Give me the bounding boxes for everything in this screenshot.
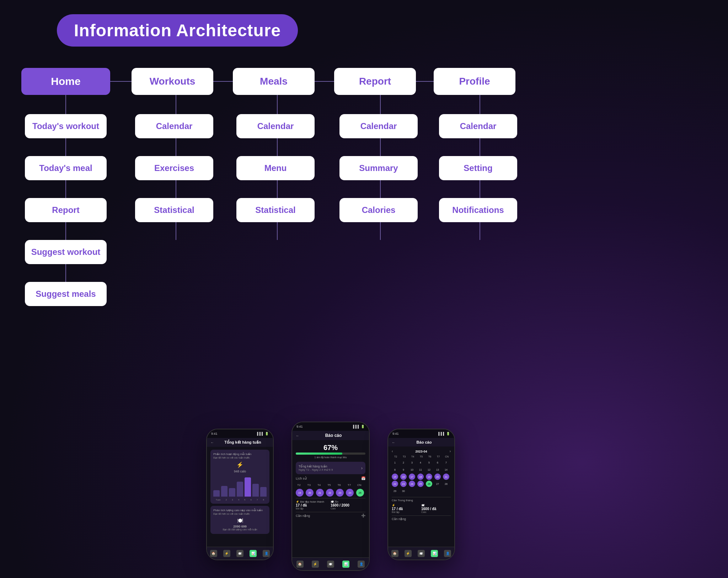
node-exercises[interactable]: Exercises: [135, 156, 213, 180]
node-suggest-meals[interactable]: Suggest meals: [25, 282, 107, 306]
node-todays-meal[interactable]: Today's meal: [25, 156, 107, 180]
node-meals-calendar[interactable]: Calendar: [236, 114, 315, 138]
node-workouts-statistical[interactable]: Statistical: [135, 198, 213, 222]
node-summary[interactable]: Summary: [339, 156, 418, 180]
node-home[interactable]: Home: [21, 68, 110, 95]
phone-1: 9:41 ▌▌▌ 🔋 ← Tổng kết hàng tuần Phần tíc…: [206, 429, 274, 560]
nav-profile-3[interactable]: 👤: [444, 550, 451, 557]
node-todays-workout[interactable]: Today's workout: [25, 114, 107, 138]
page-wrapper: Information Architecture: [0, 0, 728, 578]
nav-meal-3[interactable]: 🍽️: [418, 550, 425, 557]
ia-diagram: Home Workouts Meals Report Profile Today…: [21, 68, 519, 317]
nav-profile-1[interactable]: 👤: [263, 550, 270, 557]
nav-workout-2[interactable]: ⚡: [312, 561, 319, 568]
node-workouts[interactable]: Workouts: [132, 68, 213, 95]
phone1-header: Tổng kết hàng tuần: [216, 440, 269, 445]
nav-home-2[interactable]: 🏠: [296, 561, 304, 568]
nav-home-3[interactable]: 🏠: [391, 550, 398, 557]
nav-workout-3[interactable]: ⚡: [405, 550, 412, 557]
nav-report-3[interactable]: 📊: [431, 550, 438, 557]
nav-meal-1[interactable]: 🍽️: [236, 550, 243, 557]
node-report[interactable]: Report: [334, 68, 416, 95]
phone2-header: Báo cáo: [301, 433, 365, 438]
phone3-header: Báo cáo: [397, 440, 451, 444]
node-profile[interactable]: Profile: [434, 68, 515, 95]
page-title: Information Architecture: [74, 21, 281, 40]
node-meals-statistical[interactable]: Statistical: [236, 198, 315, 222]
node-suggest-workout[interactable]: Suggest workout: [25, 240, 107, 264]
nav-meal-2[interactable]: 🍽️: [327, 561, 334, 568]
nav-home-1[interactable]: 🏠: [210, 550, 217, 557]
node-menu[interactable]: Menu: [236, 156, 315, 180]
connectors-svg: [21, 68, 519, 317]
node-workouts-calendar[interactable]: Calendar: [135, 114, 213, 138]
node-setting[interactable]: Setting: [439, 156, 517, 180]
node-home-report[interactable]: Report: [25, 198, 107, 222]
nav-report-1[interactable]: 📊: [250, 550, 257, 557]
title-badge: Information Architecture: [57, 14, 298, 47]
node-notifications[interactable]: Notifications: [439, 198, 517, 222]
nav-profile-2[interactable]: 👤: [358, 561, 365, 568]
phone-2: 9:41 ▌▌▌ 🔋 ← Báo cáo 67% 1 ám độ hoàn th…: [291, 422, 370, 571]
phone2-percent: 67%: [296, 444, 365, 452]
node-report-calendar[interactable]: Calendar: [339, 114, 418, 138]
node-calories[interactable]: Calories: [339, 198, 418, 222]
node-meals[interactable]: Meals: [233, 68, 315, 95]
phones-section: 9:41 ▌▌▌ 🔋 ← Tổng kết hàng tuần Phần tíc…: [206, 422, 455, 571]
nav-report-2[interactable]: 📊: [342, 561, 349, 568]
node-profile-calendar[interactable]: Calendar: [439, 114, 517, 138]
phone-3: 9:41 ▌▌▌ 🔋 ← Báo cáo ‹ 2023-04 › T2 T3: [387, 429, 455, 560]
nav-workout-1[interactable]: ⚡: [223, 550, 230, 557]
